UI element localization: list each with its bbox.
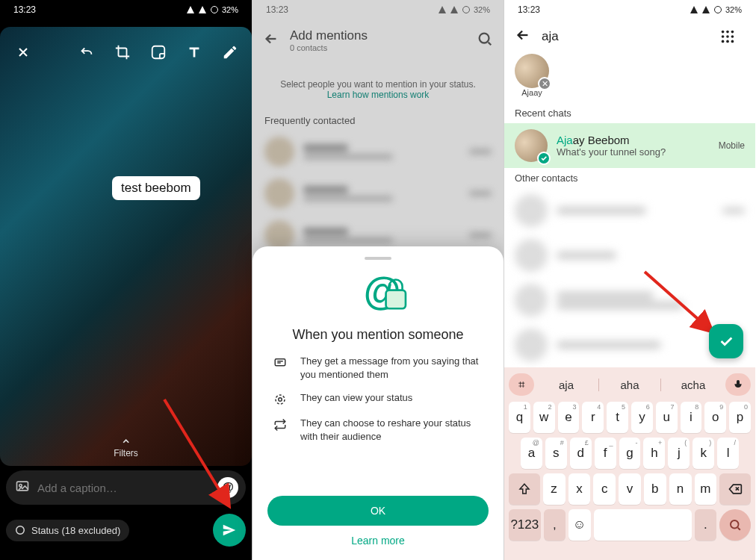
soft-keyboard: ⌗ aja aha acha q1w2e3r4t5y6u7i8o9p0 a@s#… [504,367,755,560]
svg-point-22 [731,520,739,529]
contact-row[interactable] [504,278,755,323]
key-u[interactable]: u7 [656,402,678,433]
status-view-icon [272,391,288,406]
key-t[interactable]: t5 [607,402,628,433]
key-m[interactable]: m [695,473,717,505]
svg-point-11 [276,395,285,404]
svg-point-3 [19,485,22,487]
svg-point-10 [279,398,282,402]
key-b[interactable]: b [644,473,666,505]
confirm-fab[interactable] [709,324,743,358]
suggestion-chip[interactable]: aha [598,379,661,391]
search-input[interactable] [542,29,706,44]
status-time: 13:23 [13,4,36,15]
shift-key[interactable] [509,473,540,505]
numeric-key[interactable]: ?123 [509,509,541,541]
key-j[interactable]: j( [668,438,690,469]
key-o[interactable]: o9 [704,402,726,433]
caption-input[interactable] [37,482,210,494]
svg-point-4 [16,526,25,535]
svg-point-0 [211,7,217,13]
period-key[interactable]: . [695,509,716,541]
draw-icon[interactable] [219,41,241,63]
keyboard-grid-icon[interactable]: ⌗ [509,373,534,396]
key-h[interactable]: h+ [643,438,665,469]
svg-point-12 [714,7,721,13]
key-r[interactable]: r4 [582,402,604,433]
svg-point-15 [731,31,734,34]
reshare-icon [272,417,288,443]
section-recent: Recent chats [504,103,755,123]
learn-more-link[interactable]: Learn more [267,535,489,547]
audience-chip[interactable]: Status (18 excluded) [6,520,129,541]
contact-row[interactable]: Ajaay Beebom What's your tunnel song? Mo… [504,123,755,168]
key-s[interactable]: s# [545,438,567,469]
key-w[interactable]: w2 [533,402,555,433]
back-icon[interactable] [515,27,531,47]
suggestion-chip[interactable]: aja [536,379,597,391]
crop-rotate-icon[interactable] [111,41,134,63]
sticker-icon[interactable] [147,41,170,63]
keyboard-search-key[interactable] [719,509,751,541]
contact-row[interactable] [504,233,755,278]
text-sticker[interactable]: test beebom [112,176,200,200]
status-icons: 32% [186,5,238,14]
dialpad-icon[interactable] [716,25,739,48]
status-time: 13:23 [518,4,540,15]
suggestion-chip[interactable]: acha [663,379,724,391]
key-c[interactable]: c [593,473,616,505]
key-p[interactable]: p0 [729,402,751,433]
send-button[interactable] [213,514,246,547]
key-v[interactable]: v [619,473,641,505]
check-icon [537,152,551,165]
selected-contact-chip[interactable]: ✕ Ajaay [515,54,549,97]
emoji-key[interactable]: ☺ [568,509,590,541]
status-photo-preview: test beebom Filters [0,27,252,466]
mention-lock-icon: @ [267,270,489,317]
undo-icon[interactable] [75,41,98,63]
comma-key[interactable]: , [544,509,566,541]
close-icon[interactable] [10,40,36,65]
key-f[interactable]: f_ [595,438,616,469]
status-bar: 13:23 32% [0,0,252,19]
message-icon [272,355,288,381]
mention-info-sheet: @ When you mention someone They get a me… [252,246,504,560]
status-bar: 13:23 32% [504,0,755,19]
mention-button[interactable]: @ [217,477,238,498]
svg-rect-1 [152,46,165,59]
space-key[interactable] [594,509,692,541]
gallery-icon[interactable] [15,479,30,497]
status-icons: 32% [690,5,742,14]
svg-rect-8 [386,290,406,309]
key-k[interactable]: k) [693,438,714,469]
key-n[interactable]: n [669,473,692,505]
svg-point-18 [731,35,734,38]
backspace-key[interactable] [719,473,751,505]
filters-handle[interactable]: Filters [114,436,138,458]
sheet-handle[interactable] [365,257,391,260]
caption-bar: @ [6,470,246,505]
key-e[interactable]: e3 [558,402,580,433]
svg-point-21 [731,40,734,43]
svg-point-16 [722,35,725,38]
svg-point-20 [726,40,729,43]
key-l[interactable]: l/ [717,438,739,469]
key-i[interactable]: i8 [681,402,702,433]
svg-point-19 [722,40,725,43]
key-a[interactable]: a@ [521,438,542,469]
key-d[interactable]: d£ [570,438,592,469]
ok-button[interactable]: OK [267,496,489,526]
key-q[interactable]: q1 [509,402,530,433]
text-icon[interactable] [183,41,205,63]
key-x[interactable]: x [568,473,591,505]
remove-icon[interactable]: ✕ [538,77,551,90]
svg-point-17 [726,35,729,38]
sheet-heading: When you mention someone [267,327,489,343]
key-g[interactable]: g- [619,438,641,469]
key-z[interactable]: z [543,473,566,505]
svg-point-14 [726,31,729,34]
mic-icon[interactable] [725,373,751,396]
key-y[interactable]: y6 [631,402,653,433]
contact-row[interactable] [504,188,755,233]
svg-point-13 [722,31,725,34]
